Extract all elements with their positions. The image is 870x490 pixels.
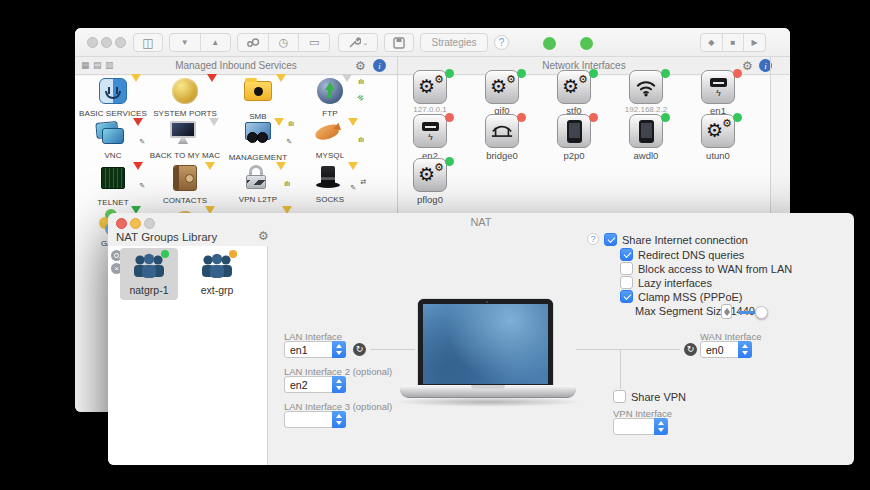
interface-stf0[interactable]: ⚙⚙ stf0	[538, 70, 610, 116]
library-gear-icon[interactable]: ⚙	[258, 230, 269, 242]
yellow-triangle-icon	[131, 74, 141, 82]
stop-button[interactable]: ■	[723, 34, 745, 51]
gears-icon: ⚙⚙	[413, 70, 447, 104]
nat-groups-library-panel: × natgrp-1 ext-grp	[108, 246, 268, 465]
services-info-icon[interactable]: i	[373, 59, 386, 72]
service-vpn-l2tp[interactable]: ılı VPN L2TP	[222, 164, 294, 204]
service-basic-services[interactable]: BASIC SERVICES	[77, 76, 149, 118]
wan-interface-select[interactable]: en0	[700, 341, 752, 358]
service-socks[interactable]: ⇄ ✎ SOCKS	[294, 164, 366, 204]
move-up-button[interactable]: ▲	[201, 34, 231, 51]
bridge-icon	[485, 114, 519, 148]
display-button[interactable]: ▭	[299, 34, 329, 51]
lan-interface-2-select[interactable]: en2	[284, 376, 346, 393]
interface-gif0[interactable]: ⚙⚙ gif0	[466, 70, 538, 116]
play-button[interactable]: ▶	[744, 34, 765, 51]
tablet-icon	[557, 114, 591, 148]
display-icon: ▭	[309, 37, 319, 48]
dolphin-icon	[313, 120, 347, 150]
share-vpn-checkbox[interactable]	[613, 390, 626, 403]
lan-interface-3-select[interactable]	[284, 411, 346, 428]
help-button[interactable]: ?	[494, 35, 509, 50]
status-indicator-green-2	[580, 37, 593, 50]
service-mysql[interactable]: ılı MYSQL	[294, 120, 366, 160]
library-button[interactable]: ◫	[133, 33, 163, 52]
gray-triangle-icon	[342, 74, 352, 82]
links-button[interactable]	[238, 34, 269, 51]
signal-icon: ılı	[358, 78, 364, 85]
lazy-interfaces-label: Lazy interfaces	[638, 277, 712, 289]
zoom-window-button[interactable]	[115, 37, 126, 48]
close-icon: ×	[114, 264, 119, 273]
service-contacts[interactable]: CONTACTS	[149, 164, 221, 205]
minimize-window-button[interactable]	[101, 37, 112, 48]
nat-help-button[interactable]: ?	[587, 233, 599, 245]
interface-bridge0[interactable]: bridge0	[466, 114, 538, 161]
close-window-button[interactable]	[87, 37, 98, 48]
max-segment-stepper[interactable]	[721, 304, 732, 319]
select-arrows-icon	[332, 341, 346, 358]
nat-window: NAT NAT Groups Library ⚙ × natgrp-1	[108, 213, 854, 465]
timer-button[interactable]: ◷	[269, 34, 300, 51]
interface-en2[interactable]: ϟ en2	[394, 114, 466, 161]
share-internet-label: Share Internet connection	[622, 234, 748, 246]
gears-icon: ⚙⚙	[701, 114, 735, 148]
nat-group-ext-grp[interactable]: ext-grp	[188, 248, 246, 300]
service-vnc[interactable]: ✎ VNC	[77, 120, 149, 160]
interface-p2p0[interactable]: p2p0	[538, 114, 610, 161]
save-button[interactable]	[384, 33, 414, 52]
share-internet-checkbox[interactable]	[604, 233, 617, 246]
status-dot-green	[733, 113, 742, 122]
tools-segment: ◷ ▭	[237, 33, 330, 52]
ethernet-icon: ϟ	[701, 70, 735, 104]
play-icon: ▶	[752, 39, 758, 47]
finder-icon	[96, 78, 130, 108]
interface-utun0[interactable]: ⚙⚙ utun0	[682, 114, 754, 161]
block-wan-checkbox[interactable]	[620, 262, 633, 275]
status-dot-red	[445, 113, 454, 122]
wan-refresh-gear-icon[interactable]: ↻	[684, 343, 697, 356]
mss-slider-knob[interactable]	[755, 306, 768, 319]
yellow-triangle-icon	[276, 162, 286, 170]
select-arrows-icon	[332, 376, 346, 393]
status-dot-green	[661, 113, 670, 122]
status-indicator-green-1	[543, 37, 556, 50]
nat-groups-library-title: NAT Groups Library	[116, 231, 217, 243]
service-smb[interactable]: SMB	[222, 76, 294, 121]
group-status-green	[161, 250, 169, 258]
lazy-interfaces-checkbox[interactable]	[620, 276, 633, 289]
service-system-ports[interactable]: SYSTEM PORTS	[149, 76, 221, 118]
select-arrows-icon	[332, 411, 346, 428]
redirect-dns-checkbox[interactable]	[620, 248, 633, 261]
imac-icon	[168, 120, 202, 150]
status-dot-red	[589, 113, 598, 122]
status-dot-red	[517, 113, 526, 122]
address-book-icon	[168, 165, 202, 195]
service-management[interactable]: ılı ✎ MANAGEMENT	[222, 120, 294, 162]
group-status-orange	[229, 250, 237, 258]
redirect-dns-label: Redirect DNS queries	[638, 249, 744, 261]
tools-menu-button[interactable]: ⌄	[338, 33, 378, 52]
service-back-to-my-mac[interactable]: BACK TO MY MAC	[149, 120, 221, 160]
stop-icon: ■	[731, 39, 736, 47]
lan-interface-select[interactable]: en1	[284, 341, 346, 358]
interface-awdl0[interactable]: awdl0	[610, 114, 682, 161]
select-arrows-icon	[738, 341, 752, 358]
service-telnet[interactable]: ✎ TELNET	[77, 164, 149, 207]
signal-bars-icon: ılı	[358, 136, 364, 143]
clamp-mss-checkbox[interactable]	[620, 290, 633, 303]
tablet-icon	[629, 114, 663, 148]
status-dot-red	[733, 69, 742, 78]
interface-en1[interactable]: ϟ en1	[682, 70, 754, 116]
services-gear-icon[interactable]: ⚙	[355, 60, 366, 72]
strategies-button[interactable]: Strategies	[420, 33, 488, 52]
strategies-label: Strategies	[431, 37, 476, 48]
interface-pflog0[interactable]: ⚙⚙ pflog0	[394, 158, 466, 205]
diamond-button[interactable]: ◆	[701, 34, 723, 51]
nat-group-natgrp-1[interactable]: natgrp-1	[120, 248, 178, 300]
vpn-interface-select[interactable]	[613, 418, 668, 435]
service-ftp[interactable]: ılı ılı FTP	[294, 76, 366, 118]
clamp-mss-label: Clamp MSS (PPPoE)	[638, 291, 743, 303]
move-down-button[interactable]: ▼	[170, 34, 201, 51]
lan-refresh-gear-icon[interactable]: ↻	[353, 343, 366, 356]
